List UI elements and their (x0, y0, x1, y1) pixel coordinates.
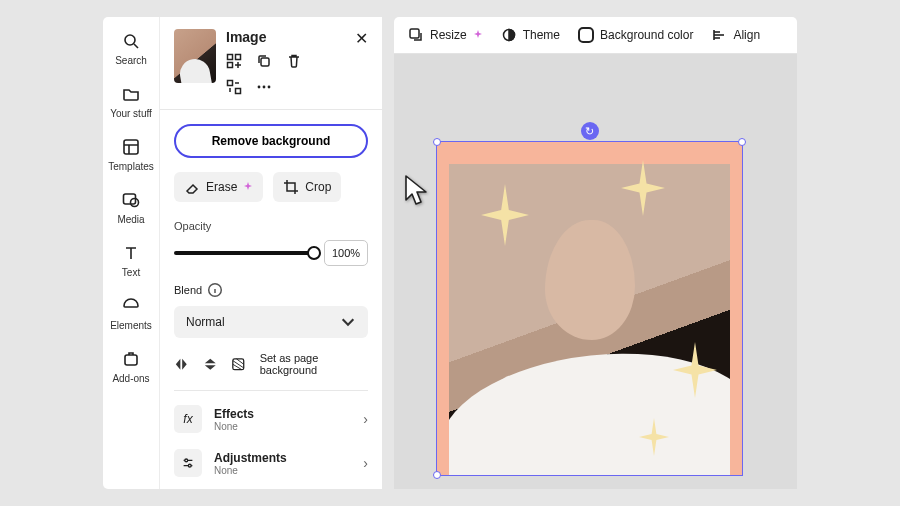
align-label: Align (733, 28, 760, 42)
svg-point-15 (268, 86, 271, 89)
chevron-right-icon: › (363, 455, 368, 471)
sidebar-item-addons[interactable]: Add-ons (112, 349, 149, 384)
sidebar-item-label: Media (117, 214, 144, 225)
close-panel-button[interactable]: ✕ (355, 29, 368, 48)
flip-vertical-icon[interactable] (203, 356, 218, 372)
sidebar-item-your-stuff[interactable]: Your stuff (110, 84, 152, 119)
opacity-slider[interactable] (174, 251, 314, 255)
blend-label: Blend (174, 284, 202, 296)
delete-icon[interactable] (286, 53, 302, 69)
sidebar-item-label: Elements (110, 320, 152, 331)
nav-rail: Search Your stuff Templates Media Text E… (103, 17, 160, 489)
selection-type-title: Image (226, 29, 266, 45)
svg-point-19 (188, 464, 191, 467)
adjustments-title: Adjustments (214, 451, 287, 465)
background-color-label: Background color (600, 28, 693, 42)
remove-background-button[interactable]: Remove background (174, 124, 368, 158)
ai-sparkle-icon (473, 30, 483, 40)
cursor-icon (403, 174, 435, 208)
resize-icon (408, 27, 424, 43)
adjustments-sub: None (214, 465, 287, 476)
svg-rect-8 (236, 55, 241, 60)
chevron-down-icon (340, 314, 356, 330)
effects-sub: None (214, 421, 254, 432)
erase-button[interactable]: Erase (174, 172, 263, 202)
svg-rect-3 (124, 140, 138, 154)
sidebar-item-label: Text (122, 267, 140, 278)
addons-icon (121, 349, 141, 369)
sidebar-item-elements[interactable]: Elements (110, 296, 152, 331)
resize-label: Resize (430, 28, 467, 42)
info-icon[interactable] (207, 282, 223, 298)
effects-accordion[interactable]: fx Effects None › (174, 397, 368, 441)
opacity-label: Opacity (174, 220, 368, 232)
theme-label: Theme (523, 28, 560, 42)
svg-rect-7 (228, 55, 233, 60)
effects-title: Effects (214, 407, 254, 421)
background-color-swatch-icon (578, 27, 594, 43)
set-page-bg-label[interactable]: Set as page background (260, 352, 368, 376)
sidebar-item-templates[interactable]: Templates (108, 137, 154, 172)
ai-sparkle-icon (243, 182, 253, 192)
templates-icon (121, 137, 141, 157)
sidebar-item-label: Templates (108, 161, 154, 172)
sidebar-item-media[interactable]: Media (117, 190, 144, 225)
properties-panel: Image ✕ Remove background Erase Crop (160, 17, 382, 489)
theme-icon (501, 27, 517, 43)
search-icon (121, 31, 141, 51)
opacity-value[interactable]: 100% (324, 240, 368, 266)
sidebar-item-search[interactable]: Search (115, 31, 147, 66)
eraser-icon (184, 179, 200, 195)
set-page-bg-icon (231, 356, 246, 372)
sidebar-item-label: Your stuff (110, 108, 152, 119)
selected-image[interactable]: ↻ (436, 141, 743, 476)
svg-rect-0 (410, 29, 419, 38)
duplicate-icon[interactable] (256, 53, 272, 69)
svg-rect-12 (236, 89, 241, 94)
resize-handle-tr[interactable] (738, 138, 746, 146)
group-icon[interactable] (226, 53, 242, 69)
svg-point-2 (125, 35, 135, 45)
svg-rect-11 (228, 81, 233, 86)
rotate-handle[interactable]: ↻ (581, 122, 599, 140)
svg-point-13 (258, 86, 261, 89)
shapes-icon (121, 296, 141, 316)
align-button[interactable]: Align (711, 27, 760, 43)
more-icon[interactable] (256, 79, 272, 95)
flip-horizontal-icon[interactable] (174, 356, 189, 372)
svg-rect-9 (228, 63, 233, 68)
svg-point-18 (185, 459, 188, 462)
svg-rect-10 (261, 58, 269, 66)
sidebar-item-label: Add-ons (112, 373, 149, 384)
align-icon (711, 27, 727, 43)
resize-handle-bl[interactable] (433, 471, 441, 479)
image-content (449, 164, 730, 475)
media-icon (121, 190, 141, 210)
sidebar-item-label: Search (115, 55, 147, 66)
blend-select[interactable]: Normal (174, 306, 368, 338)
canvas-top-toolbar: Resize Theme Background color Align (394, 17, 797, 54)
svg-point-5 (131, 199, 139, 207)
crop-button[interactable]: Crop (273, 172, 341, 202)
theme-button[interactable]: Theme (501, 27, 560, 43)
selection-thumbnail (174, 29, 216, 83)
ungroup-icon[interactable] (226, 79, 242, 95)
folder-icon (121, 84, 141, 104)
adjustments-icon (174, 449, 202, 477)
erase-label: Erase (206, 180, 237, 194)
resize-button[interactable]: Resize (408, 27, 483, 43)
crop-icon (283, 179, 299, 195)
svg-point-14 (263, 86, 266, 89)
svg-rect-6 (125, 355, 137, 365)
blend-value: Normal (186, 315, 225, 329)
crop-label: Crop (305, 180, 331, 194)
resize-handle-tl[interactable] (433, 138, 441, 146)
background-color-button[interactable]: Background color (578, 27, 693, 43)
adjustments-accordion[interactable]: Adjustments None › (174, 441, 368, 485)
text-icon (121, 243, 141, 263)
effects-icon: fx (174, 405, 202, 433)
chevron-right-icon: › (363, 411, 368, 427)
sidebar-item-text[interactable]: Text (121, 243, 141, 278)
